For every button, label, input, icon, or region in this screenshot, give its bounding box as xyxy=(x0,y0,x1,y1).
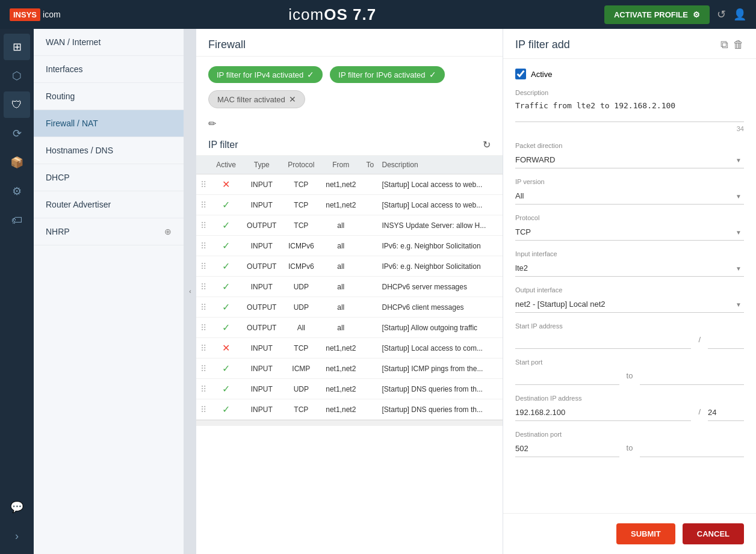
cell-protocol: TCP xyxy=(282,174,320,195)
cell-type: OUTPUT xyxy=(241,215,283,236)
cell-type: INPUT xyxy=(241,359,283,379)
start-ip-input[interactable] xyxy=(515,332,691,349)
cell-to xyxy=(362,236,379,256)
col-protocol: Protocol xyxy=(282,156,320,174)
cell-protocol: TCP xyxy=(282,195,320,215)
start-ip-mask-input[interactable] xyxy=(708,332,744,349)
table-row[interactable]: ⠿✓INPUTICMPv6allIPv6: e.g. Neighbor Soli… xyxy=(196,236,503,256)
active-check-icon: ✓ xyxy=(222,241,230,251)
dest-ip-mask-input[interactable] xyxy=(708,404,744,421)
table-row[interactable]: ⠿✓INPUTTCPnet1,net2[Startup] DNS queries… xyxy=(196,399,503,420)
table-row[interactable]: ⠿✓OUTPUTUDPallDHCPv6 client messages xyxy=(196,297,503,318)
ip-version-select[interactable]: All IPv4 IPv6 xyxy=(515,188,744,205)
history-icon[interactable]: ↺ xyxy=(717,8,726,21)
right-panel-actions: ⧉ 🗑 xyxy=(720,38,744,51)
sidebar-item-nhrp[interactable]: NHRP ⊕ xyxy=(34,218,184,245)
cell-active: ✓ xyxy=(211,236,241,256)
user-icon[interactable]: 👤 xyxy=(733,8,746,21)
col-active: Active xyxy=(211,156,241,174)
cell-type: OUTPUT xyxy=(241,318,283,338)
start-port-end-input[interactable] xyxy=(640,368,744,385)
mac-close-icon: ✕ xyxy=(289,94,296,104)
cell-description: [Startup] Local access to web... xyxy=(379,195,503,215)
sidebar-item-firewall[interactable]: Firewall / NAT xyxy=(34,110,184,137)
protocol-select[interactable]: TCP UDP ICMP ICMPv6 All xyxy=(515,224,744,241)
table-row[interactable]: ⠿✕INPUTTCPnet1,net2[Startup] Local acces… xyxy=(196,338,503,359)
cell-from: net1,net2 xyxy=(320,174,362,195)
dest-ip-input[interactable] xyxy=(515,404,691,421)
drag-handle: ⠿ xyxy=(200,282,206,292)
active-check-icon: ✓ xyxy=(222,363,230,374)
active-label: Active xyxy=(531,70,552,79)
mac-filter-badge[interactable]: MAC filter activated ✕ xyxy=(208,90,305,108)
table-row[interactable]: ⠿✓OUTPUTICMPv6allIPv6: e.g. Neighbor Sol… xyxy=(196,256,503,277)
table-row[interactable]: ⠿✓INPUTUDPnet1,net2[Startup] DNS queries… xyxy=(196,379,503,399)
cell-description: INSYS Update Server: allow H... xyxy=(379,215,503,236)
sidebar-item-wan[interactable]: WAN / Internet xyxy=(34,29,184,56)
cell-active: ✓ xyxy=(211,256,241,277)
cell-type: INPUT xyxy=(241,277,283,297)
sidebar-item-router-advertiser[interactable]: Router Advertiser xyxy=(34,191,184,218)
cell-active: ✓ xyxy=(211,399,241,420)
input-interface-select[interactable]: lte2 net1 net2 xyxy=(515,260,744,277)
dest-port-end-input[interactable] xyxy=(640,440,744,457)
sidebar-icon-network[interactable]: ⬡ xyxy=(4,63,30,89)
sidebar-item-hostnames[interactable]: Hostnames / DNS xyxy=(34,137,184,164)
refresh-button[interactable]: ↻ xyxy=(483,139,491,150)
sidebar-icon-firewall[interactable]: 🛡 xyxy=(4,91,30,118)
cell-type: OUTPUT xyxy=(241,297,283,318)
active-checkbox[interactable] xyxy=(515,69,526,79)
activate-profile-button[interactable]: ACTIVATE PROFILE ⚙ xyxy=(604,5,710,24)
table-row[interactable]: ⠿✕INPUTTCPnet1,net2[Startup] Local acces… xyxy=(196,174,503,195)
output-interface-select[interactable]: net2 - [Startup] Local net2 xyxy=(515,296,744,313)
cancel-button[interactable]: CANCEL xyxy=(683,523,744,544)
sidebar-icon-dashboard[interactable]: ⊞ xyxy=(4,34,30,60)
table-row[interactable]: ⠿✓INPUTUDPallDHCPv6 server messages xyxy=(196,277,503,297)
ip-version-wrapper: All IPv4 IPv6 ▼ xyxy=(515,188,744,205)
table-row[interactable]: ⠿✓INPUTICMPnet1,net2[Startup] ICMP pings… xyxy=(196,359,503,379)
sidebar-collapse-button[interactable]: ‹ xyxy=(184,29,196,554)
col-from: From xyxy=(320,156,362,174)
sidebar-icon-routing[interactable]: ⟳ xyxy=(4,120,30,147)
copy-button[interactable]: ⧉ xyxy=(720,38,728,51)
sidebar-icon-chat[interactable]: 💬 xyxy=(4,494,30,520)
ipv6-check-icon: ✓ xyxy=(429,70,436,79)
ipv4-check-icon: ✓ xyxy=(307,70,314,79)
dest-ip-field: Destination IP address / xyxy=(515,395,744,421)
right-panel-header: IP filter add ⧉ 🗑 xyxy=(503,29,756,59)
cell-from: net1,net2 xyxy=(320,359,362,379)
packet-direction-select[interactable]: FORWARD INPUT OUTPUT xyxy=(515,152,744,168)
dest-port-input[interactable] xyxy=(515,440,619,457)
cell-protocol: ICMPv6 xyxy=(282,236,320,256)
ipv4-filter-badge[interactable]: IP filter for IPv4 activated ✓ xyxy=(208,66,323,83)
table-scrollbar[interactable] xyxy=(196,420,503,426)
drag-handle: ⠿ xyxy=(200,323,206,333)
table-row[interactable]: ⠿✓OUTPUTTCPallINSYS Update Server: allow… xyxy=(196,215,503,236)
cell-protocol: UDP xyxy=(282,277,320,297)
cell-from: all xyxy=(320,277,362,297)
drag-handle: ⠿ xyxy=(200,262,206,271)
drag-handle: ⠿ xyxy=(200,364,206,374)
sidebar-icon-package[interactable]: 📦 xyxy=(4,149,30,176)
sidebar-item-dhcp[interactable]: DHCP xyxy=(34,164,184,191)
icon-sidebar: ⊞ ⬡ 🛡 ⟳ 📦 ⚙ 🏷 💬 › xyxy=(0,29,34,554)
start-ip-field: Start IP address / xyxy=(515,322,744,349)
nhrp-icon: ⊕ xyxy=(164,227,172,236)
start-port-label: Start port xyxy=(515,359,744,366)
sidebar-icon-expand[interactable]: › xyxy=(4,523,30,549)
sidebar-item-routing[interactable]: Routing xyxy=(34,83,184,110)
edit-button[interactable]: ✏ xyxy=(208,118,216,129)
sidebar-icon-settings[interactable]: ⚙ xyxy=(4,178,30,205)
submit-button[interactable]: SUBMIT xyxy=(616,523,675,544)
sidebar-icon-tag[interactable]: 🏷 xyxy=(4,207,30,233)
active-check-icon: ✓ xyxy=(222,302,230,312)
table-row[interactable]: ⠿✓INPUTTCPnet1,net2[Startup] Local acces… xyxy=(196,195,503,215)
description-textarea[interactable] xyxy=(515,99,744,122)
cell-from: net1,net2 xyxy=(320,195,362,215)
sidebar-item-interfaces[interactable]: Interfaces xyxy=(34,56,184,83)
table-row[interactable]: ⠿✓OUTPUTAllall[Startup] Allow outgoing t… xyxy=(196,318,503,338)
delete-button[interactable]: 🗑 xyxy=(733,38,744,51)
ipv6-filter-badge[interactable]: IP filter for IPv6 activated ✓ xyxy=(330,66,444,83)
start-port-input[interactable] xyxy=(515,368,619,385)
dest-ip-label: Destination IP address xyxy=(515,395,744,402)
